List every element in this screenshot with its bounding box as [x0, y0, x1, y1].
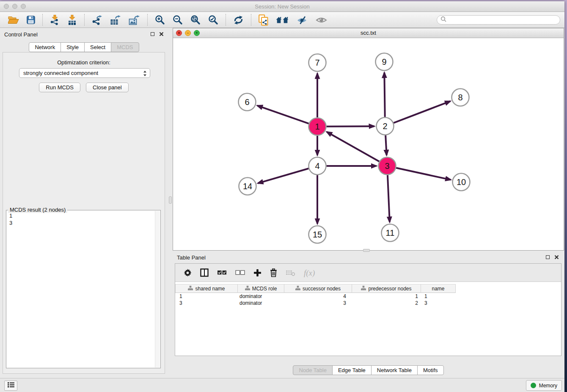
main-toolbar: [0, 12, 564, 28]
table-cell[interactable]: 1: [175, 293, 238, 300]
tab-style[interactable]: Style: [61, 42, 85, 52]
save-session-icon[interactable]: [23, 13, 39, 27]
list-icon: [7, 382, 15, 389]
table-cell[interactable]: 3: [284, 300, 352, 306]
table-cell[interactable]: 1: [421, 293, 456, 300]
import-table-icon[interactable]: [63, 13, 81, 27]
close-table-panel-icon[interactable]: [554, 255, 559, 259]
memory-label: Memory: [539, 383, 557, 389]
column-header-label: shared name: [195, 286, 225, 292]
tab-motifs[interactable]: Motifs: [417, 365, 444, 375]
edge-3-10[interactable]: [396, 168, 451, 180]
toolbar-icon-groups: [4, 13, 331, 27]
close-frame-icon[interactable]: ✕: [176, 30, 182, 36]
close-panel-icon[interactable]: [159, 32, 164, 36]
tab-network-table[interactable]: Network Table: [371, 365, 418, 375]
table-cell[interactable]: 2: [352, 300, 421, 306]
close-panel-button[interactable]: Close panel: [86, 83, 129, 92]
first-neighbors-icon[interactable]: [272, 13, 293, 27]
search-icon: [440, 16, 446, 24]
column-visibility-icon[interactable]: [196, 268, 213, 277]
export-image-icon[interactable]: [125, 13, 144, 27]
edge-2-8[interactable]: [394, 101, 450, 123]
float-table-panel-icon[interactable]: [546, 255, 550, 259]
delete-column-icon[interactable]: [266, 268, 281, 277]
table-cell[interactable]: 3: [421, 300, 456, 306]
hierarchy-icon: [295, 286, 300, 292]
edge-3-1[interactable]: [327, 132, 379, 162]
network-window-titlebar[interactable]: ✕−+ scc.txt: [173, 28, 564, 38]
table-row[interactable]: 3dominator323: [175, 300, 561, 306]
column-header-name[interactable]: name: [421, 284, 456, 293]
show-all-icon[interactable]: [312, 13, 331, 27]
tab-select[interactable]: Select: [84, 42, 111, 52]
toolbar-separator: [251, 14, 251, 26]
zoom-fit-icon[interactable]: [187, 13, 204, 27]
minimize-frame-icon[interactable]: −: [185, 30, 191, 36]
edge-4-14[interactable]: [258, 168, 308, 183]
zoom-in-icon[interactable]: [151, 13, 169, 27]
table-cell[interactable]: 4: [284, 293, 352, 300]
criterion-select[interactable]: strongly connected component: [19, 68, 150, 78]
zoom-frame-icon[interactable]: +: [194, 30, 200, 36]
search-input[interactable]: [449, 16, 560, 24]
table-header-row: shared nameMCDS rolesuccessor nodesprede…: [175, 284, 561, 293]
column-header-shared-name[interactable]: shared name: [175, 284, 238, 293]
open-file-icon[interactable]: [4, 13, 23, 27]
edge-3-11[interactable]: [388, 175, 390, 222]
task-history-button[interactable]: [4, 381, 17, 391]
graph-node-label-1: 1: [315, 122, 319, 131]
export-table-icon[interactable]: [106, 13, 125, 27]
select-all-icon[interactable]: [213, 270, 231, 275]
zoom-selected-icon[interactable]: [204, 13, 222, 27]
run-mcds-button[interactable]: Run MCDS: [39, 83, 80, 92]
horizontal-splitter-handle[interactable]: [363, 249, 370, 252]
graph-node-label-4: 4: [315, 161, 319, 171]
zoom-window-icon[interactable]: [21, 4, 26, 9]
function-builder-icon: f(x): [300, 269, 319, 277]
refresh-view-icon[interactable]: [229, 13, 248, 27]
memory-button[interactable]: Memory: [526, 380, 562, 391]
column-header-label: predecessor nodes: [368, 286, 411, 292]
edge-1-6[interactable]: [257, 105, 309, 123]
vertical-splitter-handle[interactable]: [169, 196, 172, 204]
hide-selected-icon[interactable]: [293, 13, 312, 27]
tab-node-table[interactable]: Node Table: [293, 365, 333, 375]
edge-1-2[interactable]: [326, 126, 374, 127]
result-scrollbar[interactable]: [155, 211, 160, 367]
control-panel: Control Panel NetworkStyleSelectMCDS Opt…: [0, 28, 168, 378]
table-cell[interactable]: dominator: [238, 300, 284, 306]
minimize-window-icon[interactable]: [12, 4, 17, 9]
table-settings-icon[interactable]: [179, 269, 196, 277]
hierarchy-icon: [245, 286, 250, 292]
table-cell[interactable]: 1: [352, 293, 421, 300]
export-network-icon[interactable]: [88, 13, 106, 27]
copy-network-icon[interactable]: [255, 13, 272, 27]
graph-node-label-14: 14: [243, 182, 252, 191]
column-header-mcds-role[interactable]: MCDS role: [238, 284, 284, 293]
tab-edge-table[interactable]: Edge Table: [332, 365, 372, 375]
deselect-all-icon[interactable]: [231, 270, 249, 275]
criterion-selected-value: strongly connected component: [23, 70, 98, 76]
main-titlebar[interactable]: Session: New Session: [0, 1, 564, 12]
add-column-icon[interactable]: [249, 269, 266, 277]
search-box: [437, 15, 560, 25]
table-cell[interactable]: 3: [175, 300, 238, 306]
network-title: scc.txt: [173, 28, 564, 38]
table-row[interactable]: 1dominator411: [175, 293, 561, 300]
tab-mcds[interactable]: MCDS: [111, 42, 139, 52]
float-panel-icon[interactable]: [151, 32, 154, 36]
network-canvas[interactable]: 7968124314101511: [173, 39, 564, 250]
column-header-successor-nodes[interactable]: successor nodes: [284, 284, 352, 293]
column-header-predecessor-nodes[interactable]: predecessor nodes: [352, 284, 421, 293]
zoom-out-icon[interactable]: [169, 13, 187, 27]
close-window-icon[interactable]: [4, 4, 9, 9]
mcds-result-text[interactable]: 1 3: [7, 211, 154, 367]
import-network-icon[interactable]: [46, 13, 63, 27]
memory-status-icon: [531, 383, 536, 388]
table-cell[interactable]: dominator: [238, 293, 284, 300]
edge-2-9[interactable]: [384, 72, 385, 117]
tab-network[interactable]: Network: [29, 42, 61, 52]
table-panel: Table Panel f(x) shared nameMCDS rolesuc…: [173, 252, 564, 378]
edge-2-3[interactable]: [385, 135, 387, 155]
